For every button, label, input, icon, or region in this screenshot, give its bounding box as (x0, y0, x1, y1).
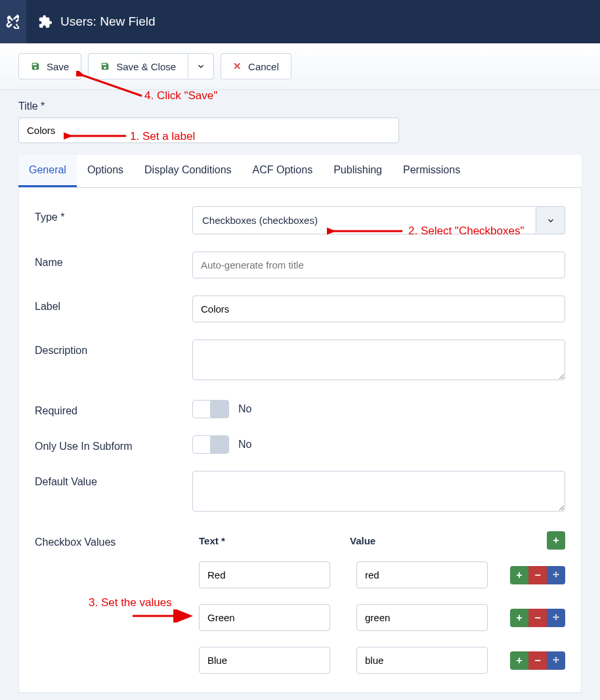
cval-remove[interactable]: − (528, 609, 547, 627)
required-label: Required (35, 400, 192, 417)
tab-acf-options[interactable]: ACF Options (242, 155, 324, 187)
checkbox-values-label: Checkbox Values (35, 531, 192, 548)
tab-permissions[interactable]: Permissions (393, 155, 471, 187)
header-bar: Users: New Field (0, 0, 600, 43)
cval-add[interactable]: + (510, 651, 528, 670)
cval-text-input[interactable] (199, 561, 330, 588)
subform-toggle[interactable] (192, 435, 229, 454)
save-dropdown-button[interactable] (188, 53, 214, 79)
cval-value-input[interactable] (356, 604, 488, 631)
cval-text-input[interactable] (199, 604, 330, 631)
cval-row: + − (192, 647, 565, 674)
page-title: Users: New Field (60, 14, 156, 29)
move-icon (551, 613, 561, 623)
cval-add[interactable]: + (510, 609, 528, 627)
cval-value-header: Value (350, 535, 507, 546)
cval-text-input[interactable] (199, 647, 330, 674)
description-label: Description (35, 339, 192, 357)
description-input[interactable] (192, 339, 565, 380)
cval-row: + − (192, 604, 565, 631)
tab-general[interactable]: General (18, 155, 77, 187)
default-value-input[interactable] (192, 471, 565, 512)
cval-value-input[interactable] (356, 647, 488, 674)
subform-label: Only Use In Subform (35, 435, 192, 452)
type-select-toggle[interactable] (536, 206, 565, 234)
type-label: Type * (35, 206, 192, 223)
cval-add[interactable]: + (510, 566, 528, 584)
cval-row: + − (192, 561, 565, 588)
chevron-down-icon (546, 216, 555, 225)
cval-text-header: Text * (192, 535, 350, 546)
cval-remove[interactable]: − (528, 566, 547, 584)
subform-value: No (238, 439, 251, 450)
tabs: General Options Display Conditions ACF O… (18, 155, 582, 188)
label-input[interactable] (192, 295, 565, 322)
save-icon (100, 62, 110, 71)
cval-add-top[interactable]: + (547, 531, 565, 550)
required-toggle[interactable] (192, 400, 229, 418)
title-input[interactable] (18, 118, 399, 143)
move-icon (551, 656, 561, 665)
cval-move[interactable] (547, 651, 565, 670)
move-icon (551, 571, 561, 580)
tab-display-conditions[interactable]: Display Conditions (134, 155, 242, 187)
required-value: No (238, 403, 251, 415)
chevron-down-icon (196, 62, 205, 71)
name-label: Name (35, 252, 192, 269)
puzzle-icon (38, 14, 53, 29)
cancel-button[interactable]: ✕ Cancel (221, 53, 291, 79)
joomla-logo[interactable] (0, 0, 26, 43)
close-icon: ✕ (233, 60, 242, 72)
toolbar: Save Save & Close ✕ Cancel (0, 43, 600, 90)
tab-publishing[interactable]: Publishing (323, 155, 393, 187)
type-select[interactable]: Checkboxes (checkboxes) (192, 206, 536, 234)
title-label: Title * (18, 100, 582, 112)
cval-move[interactable] (547, 609, 565, 627)
tab-options[interactable]: Options (77, 155, 134, 187)
cval-remove[interactable]: − (528, 651, 547, 670)
default-value-label: Default Value (35, 471, 192, 488)
save-button[interactable]: Save (18, 53, 81, 79)
save-icon (31, 62, 40, 71)
cval-value-input[interactable] (356, 561, 488, 588)
label-label: Label (35, 295, 192, 313)
cval-move[interactable] (547, 566, 565, 584)
save-close-button[interactable]: Save & Close (88, 53, 188, 79)
name-input[interactable] (192, 252, 565, 278)
